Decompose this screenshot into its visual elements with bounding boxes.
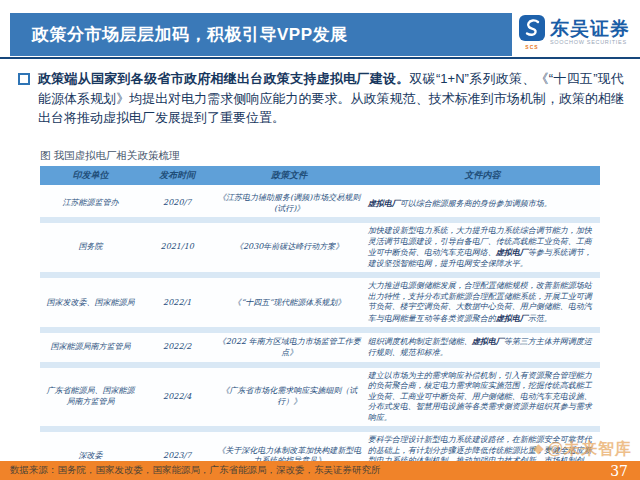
logo-cn-name: 东吴证券 bbox=[550, 19, 630, 38]
report-page: 政策分市场层层加码，积极引导VPP发展 SCS 东吴证券 SOOCHOW SEC… bbox=[0, 0, 640, 480]
cell-doc-content: 大力推进电源侧储能发展，合理配置储能规模，改善新能源场站出力特性，支持分布式新能… bbox=[365, 275, 600, 330]
soochow-logo-icon bbox=[519, 15, 545, 44]
cell-release-date: 2022/2 bbox=[141, 330, 214, 364]
cell-doc-content: 加快建设新型电力系统，大力提升电力系统综合调节能力，加快灵活调节电源建设，引导自… bbox=[365, 220, 600, 275]
header-divider bbox=[0, 57, 640, 59]
cell-release-date: 2021/10 bbox=[141, 220, 214, 275]
table-row: 广东省能源局、国家能源局南方监管局 2022/4 《广东省市场化需求响应实施细则… bbox=[40, 365, 600, 430]
col-header-date: 发布时间 bbox=[141, 166, 214, 188]
footer-bar: 数据来源：国务院，国家发改委，国家能源局，广东省能源局，深改委，东吴证券研究所 … bbox=[0, 461, 640, 480]
brand-logo-text: 东吴证券 SOOCHOW SECURITIES bbox=[550, 19, 630, 46]
summary-lead: 政策端从国家到各级省市政府相继出台政策支持虚拟电厂建设。 bbox=[38, 71, 409, 86]
cell-doc-content: 组织调度机构制定新型储能、虚拟电厂等第三方主体并网调度运行规则、规范和标准。 bbox=[365, 330, 600, 364]
cell-issuing-unit: 江苏能源监管办 bbox=[40, 188, 141, 221]
cell-release-date: 2022/1 bbox=[141, 275, 214, 330]
brand-logo: SCS 东吴证券 SOOCHOW SECURITIES bbox=[519, 15, 630, 50]
policy-table: 印发单位 发布时间 政策文件 文件内容 江苏能源监管办 2020/7 《江苏电力… bbox=[40, 166, 600, 480]
cell-doc-content: 建立以市场为主的需求响应补偿机制，引入有资源聚合管理能力的负荷聚合商，核定电力需… bbox=[365, 365, 600, 430]
cell-policy-doc: 《2030年前碳达峰行动方案》 bbox=[214, 220, 365, 275]
logo-badge-text: SCS bbox=[525, 45, 538, 50]
watermark: ❖ @未来智库 bbox=[533, 439, 632, 460]
cell-doc-content: 虚拟电厂可以综合能源服务商的身份参加调频市场。 bbox=[365, 188, 600, 221]
cell-issuing-unit: 国家能源局南方监管局 bbox=[40, 330, 141, 364]
table-row: 江苏能源监管办 2020/7 《江苏电力辅助服务(调频)市场交易规则(试行)》 … bbox=[40, 188, 600, 221]
cell-issuing-unit: 国务院 bbox=[40, 220, 141, 275]
summary-paragraph: 政策端从国家到各级省市政府相继出台政策支持虚拟电厂建设。双碳“1+N”系列政策、… bbox=[18, 69, 624, 128]
table-header-row: 印发单位 发布时间 政策文件 文件内容 bbox=[40, 166, 600, 188]
table-row: 国家能源局南方监管局 2022/2 《2022 年南方区域电力市场监管工作要点》… bbox=[40, 330, 600, 364]
col-header-unit: 印发单位 bbox=[40, 166, 141, 188]
cell-issuing-unit: 广东省能源局、国家能源局南方监管局 bbox=[40, 365, 141, 430]
slide-title-bar: 政策分市场层层加码，积极引导VPP发展 bbox=[10, 13, 512, 56]
cell-policy-doc: 《2022 年南方区域电力市场监管工作要点》 bbox=[214, 330, 365, 364]
col-header-doc: 政策文件 bbox=[214, 166, 365, 188]
cell-release-date: 2022/4 bbox=[141, 365, 214, 430]
cell-issuing-unit: 国家发改委、国家能源局 bbox=[40, 275, 141, 330]
table-row: 国务院 2021/10 《2030年前碳达峰行动方案》 加快建设新型电力系统，大… bbox=[40, 220, 600, 275]
knot-icon: ❖ bbox=[533, 442, 546, 457]
cell-policy-doc: 《“十四五”现代能源体系规划》 bbox=[214, 275, 365, 330]
watermark-text: @未来智库 bbox=[547, 439, 632, 460]
cell-policy-doc: 《江苏电力辅助服务(调频)市场交易规则(试行)》 bbox=[214, 188, 365, 221]
cell-policy-doc: 《广东省市场化需求响应实施细则（试行）》 bbox=[214, 365, 365, 430]
policy-table-head: 印发单位 发布时间 政策文件 文件内容 bbox=[40, 166, 600, 188]
policy-table-body: 江苏能源监管办 2020/7 《江苏电力辅助服务(调频)市场交易规则(试行)》 … bbox=[40, 188, 600, 480]
cell-release-date: 2020/7 bbox=[141, 188, 214, 221]
square-bullet-icon bbox=[18, 73, 30, 85]
col-header-content: 文件内容 bbox=[365, 166, 600, 188]
brand-logo-mark: SCS bbox=[519, 15, 545, 50]
data-source-text: 数据来源：国务院，国家发改委，国家能源局，广东省能源局，深改委，东吴证券研究所 bbox=[10, 464, 381, 477]
page-title: 政策分市场层层加码，积极引导VPP发展 bbox=[32, 23, 348, 46]
page-number: 37 bbox=[610, 463, 628, 479]
logo-en-name: SOOCHOW SECURITIES bbox=[550, 40, 630, 46]
table-row: 国家发改委、国家能源局 2022/1 《“十四五”现代能源体系规划》 大力推进电… bbox=[40, 275, 600, 330]
table-caption: 图 我国虚拟电厂相关政策梳理 bbox=[40, 149, 179, 163]
